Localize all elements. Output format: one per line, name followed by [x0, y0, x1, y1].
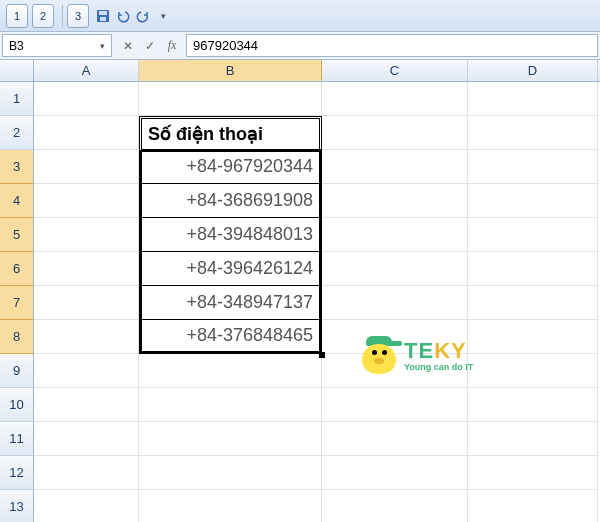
cell-C4[interactable]	[322, 184, 468, 218]
cell-B11[interactable]	[139, 422, 322, 456]
cell-C12[interactable]	[322, 456, 468, 490]
quick-access-toolbar: 1 2 3 ▾	[0, 0, 600, 32]
cancel-icon[interactable]: ✕	[118, 39, 138, 53]
cell-D5[interactable]	[468, 218, 598, 252]
cell-C6[interactable]	[322, 252, 468, 286]
cell-B4[interactable]: +84-368691908	[139, 184, 322, 218]
view-3-button[interactable]: 3	[67, 4, 89, 28]
name-box-dropdown-icon[interactable]: ▾	[100, 41, 105, 51]
cell-A3[interactable]	[34, 150, 139, 184]
cell-A13[interactable]	[34, 490, 139, 522]
cell-C11[interactable]	[322, 422, 468, 456]
view-2-button[interactable]: 2	[32, 4, 54, 28]
cell-A11[interactable]	[34, 422, 139, 456]
cell-D13[interactable]	[468, 490, 598, 522]
formula-icons: ✕ ✓ fx	[114, 32, 186, 59]
select-all-corner[interactable]	[0, 60, 34, 82]
row-header-6[interactable]: 6	[0, 252, 34, 286]
cell-D1[interactable]	[468, 82, 598, 116]
cell-C2[interactable]	[322, 116, 468, 150]
cell-D9[interactable]	[468, 354, 598, 388]
cell-D2[interactable]	[468, 116, 598, 150]
cell-A4[interactable]	[34, 184, 139, 218]
row-header-11[interactable]: 11	[0, 422, 34, 456]
cell-A1[interactable]	[34, 82, 139, 116]
cell-C3[interactable]	[322, 150, 468, 184]
teky-logo: TEKY Young can do IT	[360, 336, 473, 374]
row-header-4[interactable]: 4	[0, 184, 34, 218]
row-header-13[interactable]: 13	[0, 490, 34, 522]
svg-rect-1	[99, 11, 107, 15]
cell-A8[interactable]	[34, 320, 139, 354]
redo-icon[interactable]	[133, 6, 153, 26]
row-header-10[interactable]: 10	[0, 388, 34, 422]
logo-subtext: Young can do IT	[404, 362, 473, 372]
duck-icon	[360, 336, 398, 374]
logo-text-2: KY	[434, 338, 467, 363]
fx-icon[interactable]: fx	[162, 38, 182, 53]
logo-text-wrap: TEKY Young can do IT	[404, 338, 473, 372]
row-header-7[interactable]: 7	[0, 286, 34, 320]
row-header-3[interactable]: 3	[0, 150, 34, 184]
column-headers: A B C D	[34, 60, 600, 82]
undo-icon[interactable]	[113, 6, 133, 26]
cell-A12[interactable]	[34, 456, 139, 490]
svg-rect-2	[100, 17, 106, 21]
formula-value: 967920344	[193, 38, 258, 53]
cell-A6[interactable]	[34, 252, 139, 286]
col-header-A[interactable]: A	[34, 60, 139, 81]
cell-B10[interactable]	[139, 388, 322, 422]
row-header-2[interactable]: 2	[0, 116, 34, 150]
cell-D3[interactable]	[468, 150, 598, 184]
cell-C13[interactable]	[322, 490, 468, 522]
col-header-B[interactable]: B	[139, 60, 322, 81]
formula-bar-row: B3 ▾ ✕ ✓ fx 967920344	[0, 32, 600, 60]
qat-divider	[62, 5, 63, 27]
worksheet: A B C D 1 2 3 4 5 6 7 8 9 10 11 12 13 Số…	[0, 60, 600, 522]
cell-C5[interactable]	[322, 218, 468, 252]
cell-B12[interactable]	[139, 456, 322, 490]
name-box-value: B3	[9, 39, 24, 53]
cell-D10[interactable]	[468, 388, 598, 422]
cell-A7[interactable]	[34, 286, 139, 320]
cell-D8[interactable]	[468, 320, 598, 354]
cell-B6[interactable]: +84-396426124	[139, 252, 322, 286]
cells-grid[interactable]: Số điện thoại +84-967920344 +84-36869190…	[34, 82, 600, 522]
enter-icon[interactable]: ✓	[140, 39, 160, 53]
cell-C10[interactable]	[322, 388, 468, 422]
cell-B13[interactable]	[139, 490, 322, 522]
row-header-5[interactable]: 5	[0, 218, 34, 252]
qat-dropdown-icon[interactable]: ▾	[153, 6, 173, 26]
save-icon[interactable]	[93, 6, 113, 26]
cell-B8[interactable]: +84-376848465	[139, 320, 322, 354]
cell-D6[interactable]	[468, 252, 598, 286]
row-header-12[interactable]: 12	[0, 456, 34, 490]
cell-D12[interactable]	[468, 456, 598, 490]
view-1-button[interactable]: 1	[6, 4, 28, 28]
cell-A5[interactable]	[34, 218, 139, 252]
cell-B2[interactable]: Số điện thoại	[139, 116, 322, 150]
row-header-1[interactable]: 1	[0, 82, 34, 116]
cell-B3[interactable]: +84-967920344	[139, 150, 322, 184]
row-headers: 1 2 3 4 5 6 7 8 9 10 11 12 13	[0, 82, 34, 522]
fill-handle[interactable]	[319, 352, 325, 358]
cell-A9[interactable]	[34, 354, 139, 388]
cell-B7[interactable]: +84-348947137	[139, 286, 322, 320]
name-box[interactable]: B3 ▾	[2, 34, 112, 57]
cell-C1[interactable]	[322, 82, 468, 116]
cell-D7[interactable]	[468, 286, 598, 320]
formula-input[interactable]: 967920344	[186, 34, 598, 57]
col-header-D[interactable]: D	[468, 60, 598, 81]
row-header-8[interactable]: 8	[0, 320, 34, 354]
cell-D4[interactable]	[468, 184, 598, 218]
cell-B9[interactable]	[139, 354, 322, 388]
row-header-9[interactable]: 9	[0, 354, 34, 388]
cell-A10[interactable]	[34, 388, 139, 422]
cell-C7[interactable]	[322, 286, 468, 320]
cell-A2[interactable]	[34, 116, 139, 150]
cell-B1[interactable]	[139, 82, 322, 116]
cell-B5[interactable]: +84-394848013	[139, 218, 322, 252]
col-header-C[interactable]: C	[322, 60, 468, 81]
logo-text-1: TE	[404, 338, 434, 363]
cell-D11[interactable]	[468, 422, 598, 456]
